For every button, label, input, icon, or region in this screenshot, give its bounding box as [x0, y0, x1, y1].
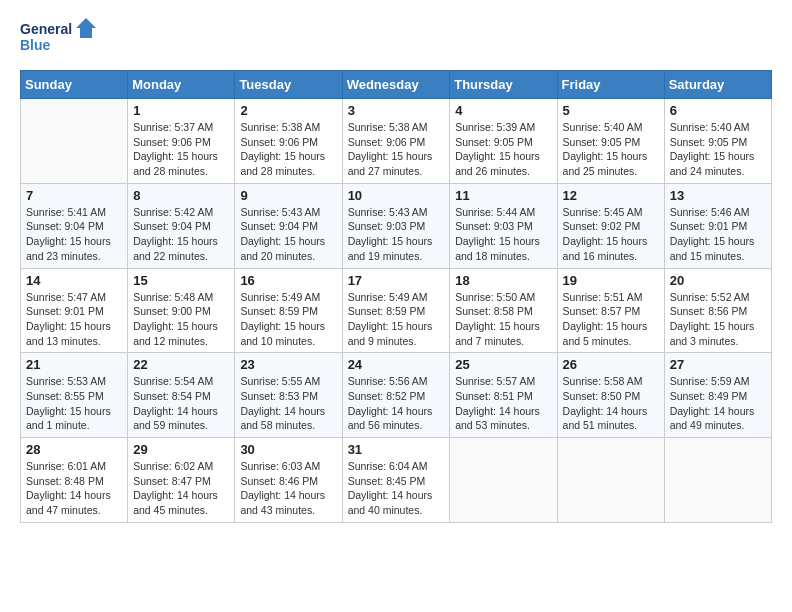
logo-svg: General Blue [20, 16, 100, 60]
calendar-cell: 29Sunrise: 6:02 AM Sunset: 8:47 PM Dayli… [128, 438, 235, 523]
day-detail: Sunrise: 5:49 AM Sunset: 8:59 PM Dayligh… [348, 290, 445, 349]
calendar-cell: 10Sunrise: 5:43 AM Sunset: 9:03 PM Dayli… [342, 183, 450, 268]
page-header: General Blue [20, 16, 772, 60]
svg-text:General: General [20, 21, 72, 37]
day-number: 30 [240, 442, 336, 457]
calendar-cell: 24Sunrise: 5:56 AM Sunset: 8:52 PM Dayli… [342, 353, 450, 438]
calendar-weekday-header: Wednesday [342, 71, 450, 99]
day-detail: Sunrise: 5:59 AM Sunset: 8:49 PM Dayligh… [670, 374, 766, 433]
calendar-cell: 30Sunrise: 6:03 AM Sunset: 8:46 PM Dayli… [235, 438, 342, 523]
calendar-cell: 4Sunrise: 5:39 AM Sunset: 9:05 PM Daylig… [450, 99, 557, 184]
day-number: 27 [670, 357, 766, 372]
calendar-cell: 19Sunrise: 5:51 AM Sunset: 8:57 PM Dayli… [557, 268, 664, 353]
day-detail: Sunrise: 5:45 AM Sunset: 9:02 PM Dayligh… [563, 205, 659, 264]
calendar-week-row: 14Sunrise: 5:47 AM Sunset: 9:01 PM Dayli… [21, 268, 772, 353]
calendar-cell: 7Sunrise: 5:41 AM Sunset: 9:04 PM Daylig… [21, 183, 128, 268]
calendar-cell: 16Sunrise: 5:49 AM Sunset: 8:59 PM Dayli… [235, 268, 342, 353]
day-detail: Sunrise: 5:47 AM Sunset: 9:01 PM Dayligh… [26, 290, 122, 349]
day-number: 18 [455, 273, 551, 288]
day-detail: Sunrise: 5:43 AM Sunset: 9:04 PM Dayligh… [240, 205, 336, 264]
day-number: 20 [670, 273, 766, 288]
day-detail: Sunrise: 5:55 AM Sunset: 8:53 PM Dayligh… [240, 374, 336, 433]
day-detail: Sunrise: 5:58 AM Sunset: 8:50 PM Dayligh… [563, 374, 659, 433]
calendar-cell: 12Sunrise: 5:45 AM Sunset: 9:02 PM Dayli… [557, 183, 664, 268]
day-number: 8 [133, 188, 229, 203]
calendar-cell [21, 99, 128, 184]
calendar-cell: 2Sunrise: 5:38 AM Sunset: 9:06 PM Daylig… [235, 99, 342, 184]
day-number: 4 [455, 103, 551, 118]
day-detail: Sunrise: 5:40 AM Sunset: 9:05 PM Dayligh… [670, 120, 766, 179]
calendar-cell: 1Sunrise: 5:37 AM Sunset: 9:06 PM Daylig… [128, 99, 235, 184]
svg-marker-2 [76, 18, 96, 38]
calendar-cell: 31Sunrise: 6:04 AM Sunset: 8:45 PM Dayli… [342, 438, 450, 523]
calendar-week-row: 1Sunrise: 5:37 AM Sunset: 9:06 PM Daylig… [21, 99, 772, 184]
calendar-cell: 9Sunrise: 5:43 AM Sunset: 9:04 PM Daylig… [235, 183, 342, 268]
calendar-cell: 8Sunrise: 5:42 AM Sunset: 9:04 PM Daylig… [128, 183, 235, 268]
day-detail: Sunrise: 6:04 AM Sunset: 8:45 PM Dayligh… [348, 459, 445, 518]
calendar-cell: 20Sunrise: 5:52 AM Sunset: 8:56 PM Dayli… [664, 268, 771, 353]
day-number: 10 [348, 188, 445, 203]
calendar-cell: 25Sunrise: 5:57 AM Sunset: 8:51 PM Dayli… [450, 353, 557, 438]
day-detail: Sunrise: 5:49 AM Sunset: 8:59 PM Dayligh… [240, 290, 336, 349]
day-detail: Sunrise: 5:57 AM Sunset: 8:51 PM Dayligh… [455, 374, 551, 433]
calendar-cell: 6Sunrise: 5:40 AM Sunset: 9:05 PM Daylig… [664, 99, 771, 184]
day-detail: Sunrise: 5:46 AM Sunset: 9:01 PM Dayligh… [670, 205, 766, 264]
calendar-week-row: 28Sunrise: 6:01 AM Sunset: 8:48 PM Dayli… [21, 438, 772, 523]
day-detail: Sunrise: 5:44 AM Sunset: 9:03 PM Dayligh… [455, 205, 551, 264]
day-detail: Sunrise: 5:48 AM Sunset: 9:00 PM Dayligh… [133, 290, 229, 349]
day-number: 24 [348, 357, 445, 372]
day-detail: Sunrise: 6:02 AM Sunset: 8:47 PM Dayligh… [133, 459, 229, 518]
day-detail: Sunrise: 5:38 AM Sunset: 9:06 PM Dayligh… [240, 120, 336, 179]
day-number: 5 [563, 103, 659, 118]
calendar-weekday-header: Sunday [21, 71, 128, 99]
day-detail: Sunrise: 5:52 AM Sunset: 8:56 PM Dayligh… [670, 290, 766, 349]
day-number: 16 [240, 273, 336, 288]
calendar-cell [664, 438, 771, 523]
day-number: 17 [348, 273, 445, 288]
calendar-cell: 14Sunrise: 5:47 AM Sunset: 9:01 PM Dayli… [21, 268, 128, 353]
calendar-week-row: 21Sunrise: 5:53 AM Sunset: 8:55 PM Dayli… [21, 353, 772, 438]
day-number: 26 [563, 357, 659, 372]
day-detail: Sunrise: 5:37 AM Sunset: 9:06 PM Dayligh… [133, 120, 229, 179]
calendar-weekday-header: Friday [557, 71, 664, 99]
calendar-weekday-header: Tuesday [235, 71, 342, 99]
day-number: 12 [563, 188, 659, 203]
day-detail: Sunrise: 5:50 AM Sunset: 8:58 PM Dayligh… [455, 290, 551, 349]
day-number: 28 [26, 442, 122, 457]
calendar-cell: 26Sunrise: 5:58 AM Sunset: 8:50 PM Dayli… [557, 353, 664, 438]
day-number: 1 [133, 103, 229, 118]
logo: General Blue [20, 16, 100, 60]
svg-text:Blue: Blue [20, 37, 51, 53]
calendar-cell: 23Sunrise: 5:55 AM Sunset: 8:53 PM Dayli… [235, 353, 342, 438]
calendar-cell [450, 438, 557, 523]
day-number: 14 [26, 273, 122, 288]
day-detail: Sunrise: 5:54 AM Sunset: 8:54 PM Dayligh… [133, 374, 229, 433]
calendar-weekday-header: Thursday [450, 71, 557, 99]
calendar-cell: 22Sunrise: 5:54 AM Sunset: 8:54 PM Dayli… [128, 353, 235, 438]
calendar-cell: 27Sunrise: 5:59 AM Sunset: 8:49 PM Dayli… [664, 353, 771, 438]
day-number: 25 [455, 357, 551, 372]
calendar-cell: 18Sunrise: 5:50 AM Sunset: 8:58 PM Dayli… [450, 268, 557, 353]
calendar-cell: 13Sunrise: 5:46 AM Sunset: 9:01 PM Dayli… [664, 183, 771, 268]
calendar-cell: 17Sunrise: 5:49 AM Sunset: 8:59 PM Dayli… [342, 268, 450, 353]
calendar-cell: 28Sunrise: 6:01 AM Sunset: 8:48 PM Dayli… [21, 438, 128, 523]
day-detail: Sunrise: 5:38 AM Sunset: 9:06 PM Dayligh… [348, 120, 445, 179]
calendar-weekday-header: Saturday [664, 71, 771, 99]
day-number: 21 [26, 357, 122, 372]
calendar-cell: 21Sunrise: 5:53 AM Sunset: 8:55 PM Dayli… [21, 353, 128, 438]
day-detail: Sunrise: 5:40 AM Sunset: 9:05 PM Dayligh… [563, 120, 659, 179]
day-detail: Sunrise: 6:01 AM Sunset: 8:48 PM Dayligh… [26, 459, 122, 518]
calendar-weekday-header: Monday [128, 71, 235, 99]
calendar-cell: 11Sunrise: 5:44 AM Sunset: 9:03 PM Dayli… [450, 183, 557, 268]
day-number: 29 [133, 442, 229, 457]
day-detail: Sunrise: 6:03 AM Sunset: 8:46 PM Dayligh… [240, 459, 336, 518]
day-number: 3 [348, 103, 445, 118]
day-number: 23 [240, 357, 336, 372]
calendar-cell: 15Sunrise: 5:48 AM Sunset: 9:00 PM Dayli… [128, 268, 235, 353]
day-number: 6 [670, 103, 766, 118]
day-detail: Sunrise: 5:39 AM Sunset: 9:05 PM Dayligh… [455, 120, 551, 179]
day-number: 31 [348, 442, 445, 457]
day-number: 22 [133, 357, 229, 372]
day-number: 9 [240, 188, 336, 203]
day-detail: Sunrise: 5:51 AM Sunset: 8:57 PM Dayligh… [563, 290, 659, 349]
